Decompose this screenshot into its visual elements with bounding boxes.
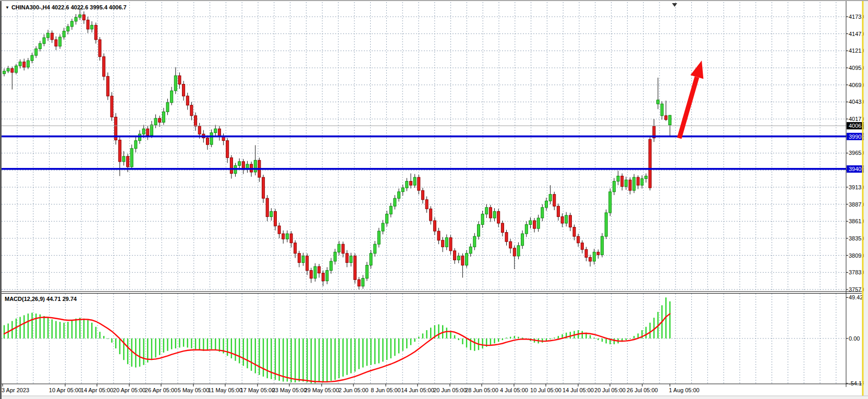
- candle-body: [589, 257, 592, 261]
- macd-histogram-bar: [79, 318, 80, 338]
- macd-histogram-bar: [71, 320, 72, 338]
- macd-histogram-bar: [59, 322, 60, 338]
- candle-body: [609, 192, 612, 213]
- candle-body: [118, 140, 121, 162]
- candle-body: [621, 176, 624, 187]
- candle: [601, 233, 604, 258]
- candle-body: [178, 76, 181, 84]
- time-axis-label: 20 Jun 05:00: [433, 387, 467, 393]
- candle-body: [525, 225, 528, 234]
- macd-histogram-bar: [331, 338, 332, 381]
- candle-body: [421, 190, 424, 200]
- candle-body: [637, 177, 639, 185]
- candle-body: [418, 177, 420, 190]
- macd-histogram-bar: [498, 338, 499, 342]
- macd-histogram-bar: [378, 338, 380, 364]
- candle-body: [150, 125, 153, 135]
- macd-histogram-bar: [295, 338, 296, 382]
- macd-histogram-bar: [195, 338, 196, 349]
- candle-body: [55, 40, 57, 46]
- candle-body: [398, 192, 400, 199]
- macd-histogram-bar: [386, 338, 387, 360]
- candle-body: [286, 234, 288, 239]
- macd-histogram-bar: [302, 338, 303, 382]
- candle-body: [585, 249, 588, 257]
- macd-histogram-bar: [402, 338, 404, 351]
- candle-body: [210, 133, 213, 145]
- macd-histogram-bar: [187, 338, 188, 347]
- candle-body: [605, 213, 607, 236]
- candle-body: [35, 49, 38, 56]
- price-axis-label: 4017.0: [849, 116, 866, 122]
- candle-body: [529, 221, 532, 225]
- candle-body: [166, 103, 169, 112]
- macd-histogram-bar: [653, 318, 654, 338]
- macd-histogram-bar: [350, 338, 351, 373]
- window-bottom-frame: [0, 396, 868, 399]
- candle-body: [569, 215, 571, 227]
- chart-window[interactable]: 3757.03783.03809.03835.03861.03887.03913…: [0, 0, 868, 399]
- candle: [103, 53, 105, 80]
- macd-histogram-bar: [650, 323, 651, 338]
- candle-body: [190, 105, 193, 116]
- macd-histogram-bar: [414, 338, 415, 342]
- candle-body: [565, 215, 568, 223]
- macd-histogram-bar: [107, 338, 108, 339]
- window-right-frame: [864, 1, 868, 399]
- candle-body: [139, 134, 141, 141]
- candle-body: [266, 198, 268, 216]
- macd-histogram-bar: [558, 336, 559, 338]
- candle-body: [334, 252, 336, 261]
- window-accent-stripe: [862, 1, 864, 396]
- candle-body: [406, 182, 408, 188]
- macd-histogram-bar: [510, 337, 511, 338]
- candle-body: [123, 156, 125, 162]
- candle-body: [669, 115, 671, 125]
- time-axis-label: 14 Jun 05:00: [401, 387, 434, 393]
- price-axis-label: 4173.0: [849, 14, 866, 20]
- macd-histogram-bar: [466, 338, 467, 347]
- macd-histogram-bar: [418, 337, 419, 338]
- candle-body: [633, 177, 635, 190]
- candle-body: [489, 208, 492, 218]
- candle-body: [449, 238, 452, 251]
- macd-histogram-bar: [358, 338, 359, 369]
- macd-histogram-bar: [231, 338, 232, 358]
- price-chart-canvas[interactable]: 3757.03783.03809.03835.03861.03887.03913…: [0, 1, 868, 399]
- macd-histogram-bar: [346, 338, 347, 375]
- macd-histogram-bar: [382, 338, 383, 362]
- macd-histogram-bar: [582, 331, 583, 338]
- macd-histogram-bar: [83, 319, 84, 338]
- macd-histogram-bar: [614, 338, 615, 344]
- macd-histogram-bar: [633, 336, 634, 338]
- horizontal-line-object[interactable]: [2, 136, 846, 138]
- candle-body: [11, 68, 14, 72]
- candle-body: [99, 40, 101, 57]
- candle-body: [27, 61, 29, 67]
- time-axis-label: 23 May 05:00: [272, 387, 307, 393]
- candle: [106, 72, 109, 100]
- macd-histogram-bar: [454, 335, 455, 338]
- candle-body: [214, 129, 217, 133]
- chevron-down-icon[interactable]: ▼: [5, 5, 9, 10]
- horizontal-line-object[interactable]: [2, 168, 846, 170]
- time-axis-label: 20 Apr 05:00: [113, 387, 145, 393]
- macd-histogram-bar: [64, 323, 65, 338]
- candle-body: [573, 227, 576, 237]
- candle-body: [63, 31, 65, 37]
- macd-histogram-bar: [179, 338, 180, 347]
- macd-histogram-bar: [211, 338, 212, 349]
- macd-histogram-bar: [203, 338, 204, 351]
- time-axis-label: 1 Aug 05:00: [669, 387, 700, 393]
- macd-histogram-bar: [474, 338, 475, 351]
- macd-histogram-bar: [31, 313, 32, 338]
- candle-body: [466, 253, 468, 265]
- candle-body: [67, 27, 69, 31]
- candle-body: [625, 180, 627, 187]
- macd-histogram-bar: [19, 317, 20, 338]
- macd-histogram-bar: [47, 318, 48, 338]
- candle-body: [182, 84, 185, 96]
- macd-histogram-bar: [594, 337, 595, 338]
- candle-body: [270, 211, 273, 216]
- macd-histogram-bar: [494, 338, 495, 344]
